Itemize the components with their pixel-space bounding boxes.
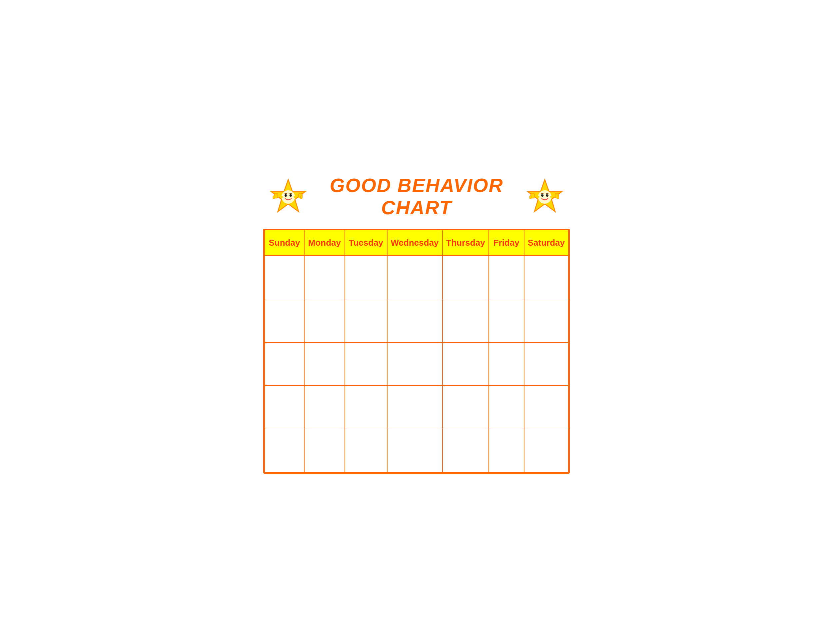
svg-point-1: [281, 190, 295, 203]
svg-point-16: [542, 194, 544, 195]
svg-point-5: [291, 194, 291, 195]
page-title: GOOD BEHAVIOR CHART: [307, 174, 526, 219]
cell-sun-2[interactable]: [265, 299, 304, 342]
cell-fri-2[interactable]: [489, 299, 524, 342]
cell-sat-3[interactable]: [524, 342, 568, 386]
cell-wed-2[interactable]: [387, 299, 442, 342]
cell-wed-1[interactable]: [387, 256, 442, 299]
cell-fri-4[interactable]: [489, 386, 524, 429]
cell-tue-1[interactable]: [345, 256, 387, 299]
cell-sun-5[interactable]: [265, 429, 304, 472]
header-row: Sunday Monday Tuesday Wednesday Thursday…: [265, 230, 568, 256]
cell-mon-5[interactable]: [304, 429, 345, 472]
table-row: [265, 386, 568, 429]
svg-point-15: [546, 194, 548, 196]
svg-point-3: [289, 194, 292, 196]
svg-rect-20: [529, 196, 531, 199]
cell-thu-4[interactable]: [442, 386, 489, 429]
col-monday: Monday: [304, 230, 345, 256]
behavior-chart: Sunday Monday Tuesday Wednesday Thursday…: [264, 230, 569, 473]
cell-sat-5[interactable]: [524, 429, 568, 472]
svg-rect-11: [301, 196, 302, 199]
cell-sat-4[interactable]: [524, 386, 568, 429]
header-center: GOOD BEHAVIOR CHART: [307, 174, 526, 219]
cell-tue-3[interactable]: [345, 342, 387, 386]
table-row: [265, 429, 568, 472]
cell-wed-5[interactable]: [387, 429, 442, 472]
cell-thu-3[interactable]: [442, 342, 489, 386]
left-star-container: [270, 178, 307, 215]
chart-wrapper: Sunday Monday Tuesday Wednesday Thursday…: [263, 229, 570, 474]
cell-mon-2[interactable]: [304, 299, 345, 342]
header: GOOD BEHAVIOR CHART: [263, 171, 570, 222]
cell-sat-2[interactable]: [524, 299, 568, 342]
table-row: [265, 342, 568, 386]
cell-fri-1[interactable]: [489, 256, 524, 299]
svg-point-4: [286, 194, 287, 195]
col-thursday: Thursday: [442, 230, 489, 256]
cell-sun-4[interactable]: [265, 386, 304, 429]
svg-point-2: [285, 194, 287, 196]
cell-mon-4[interactable]: [304, 386, 345, 429]
cell-wed-3[interactable]: [387, 342, 442, 386]
cell-sun-3[interactable]: [265, 342, 304, 386]
svg-point-17: [547, 194, 548, 195]
cell-thu-2[interactable]: [442, 299, 489, 342]
right-star-container: [526, 178, 563, 215]
cell-mon-3[interactable]: [304, 342, 345, 386]
cell-thu-5[interactable]: [442, 429, 489, 472]
cell-sun-1[interactable]: [265, 256, 304, 299]
cell-fri-5[interactable]: [489, 429, 524, 472]
right-star-icon: [526, 178, 563, 215]
cell-thu-1[interactable]: [442, 256, 489, 299]
left-star-icon: [270, 178, 307, 215]
col-sunday: Sunday: [265, 230, 304, 256]
col-friday: Friday: [489, 230, 524, 256]
cell-wed-4[interactable]: [387, 386, 442, 429]
page-container: GOOD BEHAVIOR CHART: [257, 164, 576, 480]
cell-tue-2[interactable]: [345, 299, 387, 342]
table-row: [265, 299, 568, 342]
svg-rect-23: [557, 196, 559, 199]
col-wednesday: Wednesday: [387, 230, 442, 256]
svg-point-13: [538, 190, 552, 203]
cell-mon-1[interactable]: [304, 256, 345, 299]
svg-rect-8: [273, 196, 275, 199]
col-tuesday: Tuesday: [345, 230, 387, 256]
cell-sat-1[interactable]: [524, 256, 568, 299]
svg-point-14: [541, 194, 544, 196]
table-row: [265, 256, 568, 299]
col-saturday: Saturday: [524, 230, 568, 256]
cell-tue-4[interactable]: [345, 386, 387, 429]
cell-tue-5[interactable]: [345, 429, 387, 472]
cell-fri-3[interactable]: [489, 342, 524, 386]
